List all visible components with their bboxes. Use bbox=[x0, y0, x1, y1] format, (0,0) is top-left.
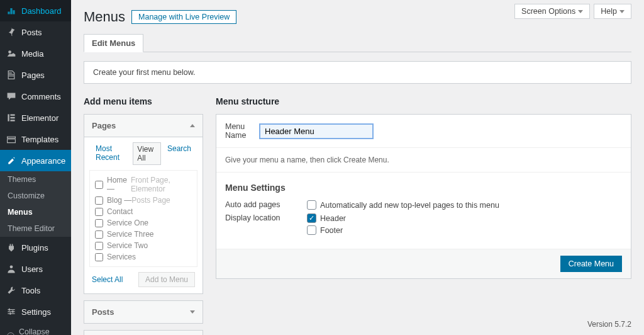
sidebar-sub-customize[interactable]: Customize bbox=[0, 188, 71, 204]
item-checkbox[interactable] bbox=[95, 219, 103, 227]
caret-up-icon bbox=[190, 124, 195, 127]
help-button[interactable]: Help bbox=[594, 4, 631, 19]
pages-item-list: Home — Front Page, Elementor Blog — Post… bbox=[89, 170, 197, 267]
auto-add-label: Auto add pages bbox=[225, 200, 307, 210]
menu-tabs: Edit Menus bbox=[84, 34, 631, 52]
sidebar-item-comments[interactable]: Comments bbox=[0, 86, 71, 107]
sidebar-item-dashboard[interactable]: Dashboard bbox=[0, 0, 71, 21]
templates-icon bbox=[5, 133, 18, 145]
menu-instruction: Give your menu a name, then click Create… bbox=[216, 148, 631, 173]
add-to-menu-button[interactable]: Add to Menu bbox=[138, 272, 195, 287]
sidebar-item-pages[interactable]: Pages bbox=[0, 64, 71, 86]
appearance-icon bbox=[5, 154, 18, 167]
pin-icon bbox=[5, 26, 18, 38]
sidebar-item-templates[interactable]: Templates bbox=[0, 128, 71, 150]
location-footer-row[interactable]: Footer bbox=[307, 225, 346, 235]
metabox-pages: Pages Most Recent View All Search Home —… bbox=[84, 114, 203, 294]
dashboard-icon bbox=[5, 4, 18, 17]
notice-create-first: Create your first menu below. bbox=[84, 61, 631, 84]
list-item[interactable]: Contact bbox=[95, 206, 192, 217]
sidebar-item-label: Users bbox=[21, 264, 66, 274]
metabox-pages-toggle[interactable]: Pages bbox=[84, 115, 203, 137]
svg-rect-1 bbox=[8, 114, 9, 121]
tab-edit-menus[interactable]: Edit Menus bbox=[84, 34, 143, 52]
svg-rect-10 bbox=[13, 310, 14, 313]
sidebar-item-appearance[interactable]: Appearance bbox=[0, 150, 71, 171]
tools-icon bbox=[5, 284, 18, 297]
sidebar-sub-theme-editor[interactable]: Theme Editor bbox=[0, 220, 71, 237]
collapse-label: Collapse menu bbox=[19, 327, 66, 335]
menu-settings-heading: Menu Settings bbox=[225, 183, 622, 193]
sidebar-item-elementor[interactable]: Elementor bbox=[0, 107, 71, 128]
menu-structure-heading: Menu structure bbox=[216, 96, 631, 106]
item-checkbox[interactable] bbox=[95, 230, 103, 239]
sidebar-item-media[interactable]: Media bbox=[0, 43, 71, 64]
screen-options-button[interactable]: Screen Options bbox=[514, 4, 590, 19]
item-checkbox[interactable] bbox=[95, 196, 103, 205]
version-label: Version 5.7.2 bbox=[587, 320, 631, 329]
svg-point-5 bbox=[10, 265, 13, 268]
sidebar-item-label: Settings bbox=[21, 307, 66, 317]
page-icon bbox=[5, 69, 18, 81]
svg-point-12 bbox=[7, 332, 14, 335]
svg-rect-4 bbox=[10, 120, 14, 121]
main-content: Screen Options Help Menus Manage with Li… bbox=[71, 0, 644, 335]
item-checkbox[interactable] bbox=[95, 181, 103, 189]
sidebar-item-label: Media bbox=[21, 49, 66, 59]
sidebar-sub-themes[interactable]: Themes bbox=[0, 171, 71, 188]
metabox-custom-links-toggle[interactable]: Custom Links bbox=[84, 331, 203, 335]
list-item[interactable]: Service Three bbox=[95, 229, 192, 240]
item-checkbox[interactable] bbox=[95, 253, 103, 261]
location-header-row[interactable]: Header bbox=[307, 213, 346, 223]
subtab-most-recent[interactable]: Most Recent bbox=[92, 142, 130, 165]
sidebar-item-label: Comments bbox=[21, 92, 66, 101]
subtab-view-all[interactable]: View All bbox=[133, 142, 161, 165]
settings-icon bbox=[5, 305, 18, 318]
sidebar-sub-menus[interactable]: Menus bbox=[0, 204, 71, 220]
sidebar-item-plugins[interactable]: Plugins bbox=[0, 237, 71, 258]
list-item[interactable]: Services bbox=[95, 251, 192, 263]
live-preview-button[interactable]: Manage with Live Preview bbox=[131, 10, 236, 24]
list-item[interactable]: Service Two bbox=[95, 240, 192, 251]
menu-structure-panel: Menu Name Give your menu a name, then cl… bbox=[216, 114, 631, 279]
svg-rect-7 bbox=[8, 311, 14, 312]
auto-add-checkbox-row[interactable]: Automatically add new top-level pages to… bbox=[307, 200, 499, 210]
media-icon bbox=[5, 47, 18, 60]
sidebar-submenu-appearance: Themes Customize Menus Theme Editor bbox=[0, 171, 71, 237]
metabox-custom-links: Custom Links bbox=[84, 330, 203, 335]
item-checkbox[interactable] bbox=[95, 208, 103, 216]
select-all-link[interactable]: Select All bbox=[92, 275, 123, 284]
sidebar-item-label: Appearance bbox=[21, 156, 66, 166]
sidebar-item-label: Elementor bbox=[21, 113, 66, 123]
caret-down-icon bbox=[190, 310, 195, 314]
screen-options-label: Screen Options bbox=[521, 7, 575, 16]
add-items-heading: Add menu items bbox=[84, 96, 203, 106]
list-item[interactable]: Service One bbox=[95, 217, 192, 229]
page-title: Menus bbox=[84, 9, 125, 25]
sidebar-item-tools[interactable]: Tools bbox=[0, 280, 71, 301]
location-header-checkbox[interactable] bbox=[307, 213, 316, 223]
collapse-icon bbox=[5, 330, 16, 335]
sidebar-item-settings[interactable]: Settings bbox=[0, 301, 71, 322]
svg-rect-8 bbox=[8, 313, 14, 314]
list-item[interactable]: Blog — Posts Page bbox=[95, 195, 192, 206]
display-location-label: Display location bbox=[225, 213, 307, 235]
elementor-icon bbox=[5, 111, 18, 124]
sidebar-item-posts[interactable]: Posts bbox=[0, 21, 71, 43]
svg-rect-11 bbox=[10, 312, 11, 315]
list-item[interactable]: Home — Front Page, Elementor bbox=[95, 174, 192, 195]
create-menu-button[interactable]: Create Menu bbox=[560, 256, 622, 272]
location-footer-checkbox[interactable] bbox=[307, 225, 316, 235]
svg-rect-2 bbox=[10, 114, 14, 115]
auto-add-checkbox[interactable] bbox=[307, 200, 316, 210]
subtab-search[interactable]: Search bbox=[164, 142, 195, 165]
metabox-posts: Posts bbox=[84, 300, 203, 324]
collapse-menu[interactable]: Collapse menu bbox=[0, 322, 71, 335]
menu-name-input[interactable] bbox=[260, 124, 373, 139]
svg-rect-9 bbox=[9, 309, 10, 311]
item-checkbox[interactable] bbox=[95, 242, 103, 250]
sidebar-item-users[interactable]: Users bbox=[0, 258, 71, 280]
metabox-posts-toggle[interactable]: Posts bbox=[84, 301, 203, 323]
menu-name-label: Menu Name bbox=[225, 122, 260, 140]
sidebar-item-label: Tools bbox=[21, 286, 66, 295]
